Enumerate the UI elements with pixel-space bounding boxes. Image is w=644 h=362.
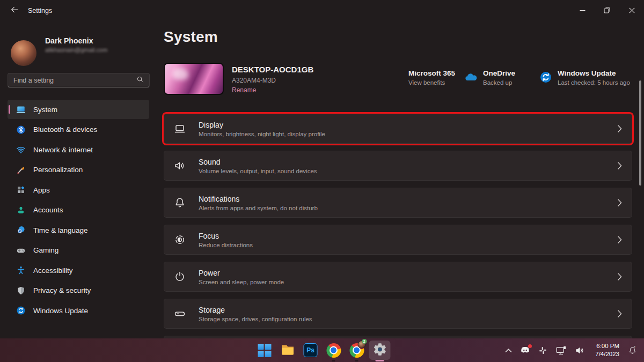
personalization-icon (16, 165, 26, 175)
discord-tray-icon[interactable] (520, 346, 530, 354)
card-subtitle: View benefits (408, 79, 455, 86)
taskbar-settings[interactable] (369, 341, 391, 360)
row-subtitle: Storage space, drives, configuration rul… (199, 316, 606, 322)
onedrive-card[interactable]: OneDrive Backed up (464, 69, 515, 86)
sidebar-item-privacy-security[interactable]: Privacy & security (8, 281, 149, 300)
card-title: Microsoft 365 (408, 69, 455, 78)
chrome-badge: 2 (362, 339, 367, 344)
minimize-icon (580, 6, 586, 16)
sidebar-item-gaming[interactable]: Gaming (8, 241, 149, 260)
sidebar-item-windows-update[interactable]: Windows Update (8, 301, 149, 320)
taskbar-photoshop[interactable]: Ps (300, 341, 321, 360)
chrome-icon (326, 343, 341, 358)
settings-gear-icon (372, 342, 387, 359)
sidebar-item-label: Accessibility (33, 267, 73, 275)
storage-icon (173, 307, 187, 321)
sidebar-item-bluetooth-devices[interactable]: Bluetooth & devices (8, 120, 149, 139)
taskbar-start-button[interactable] (254, 341, 275, 360)
running-indicator (355, 360, 358, 362)
windows-update-icon (539, 70, 553, 84)
settings-row-power[interactable]: Power Screen and sleep, power mode (164, 262, 632, 292)
taskbar: Ps 2 (0, 338, 644, 362)
chrome-icon: 2 (349, 343, 364, 358)
clock-time: 6:00 PM (595, 342, 619, 350)
settings-row-notifications[interactable]: Notifications Alerts from apps and syste… (164, 188, 632, 218)
volume-tray-icon[interactable] (575, 346, 585, 355)
svg-text:z: z (634, 345, 635, 348)
settings-list: Display Monitors, brightness, night ligh… (164, 114, 632, 338)
search-box[interactable] (8, 73, 150, 87)
notification-bell-icon[interactable]: z (627, 345, 638, 356)
sidebar-item-label: Privacy & security (33, 286, 91, 294)
chevron-right-icon (618, 273, 622, 280)
settings-row-focus[interactable]: Focus Reduce distractions (164, 225, 632, 255)
card-title: Windows Update (558, 69, 630, 78)
close-icon (629, 6, 635, 16)
microsoft-365-icon (391, 70, 404, 83)
settings-row-storage[interactable]: Storage Storage space, drives, configura… (164, 299, 632, 329)
microsoft-365-card[interactable]: Microsoft 365 View benefits (391, 69, 455, 86)
minimize-button[interactable] (570, 0, 595, 21)
sidebar-item-system[interactable]: System (8, 100, 149, 119)
sidebar-item-label: Network & internet (33, 146, 93, 154)
taskbar-clock[interactable]: 6:00 PM 7/4/2023 (595, 342, 619, 358)
search-icon (136, 76, 144, 85)
onedrive-icon (464, 70, 478, 84)
app-title: Settings (28, 7, 52, 14)
display-icon (173, 122, 187, 136)
time-language-icon (16, 225, 26, 235)
settings-row-display[interactable]: Display Monitors, brightness, night ligh… (164, 114, 632, 144)
card-subtitle: Last checked: 5 hours ago (558, 79, 630, 86)
sidebar-item-personalization[interactable]: Personalization (8, 160, 149, 180)
avatar[interactable] (11, 40, 36, 66)
windows-start-icon (258, 344, 271, 357)
network-icon (16, 145, 26, 154)
file-explorer-icon (280, 343, 295, 358)
slack-tray-icon[interactable] (538, 346, 547, 355)
close-button[interactable] (619, 0, 644, 21)
notifications-icon (173, 196, 187, 210)
sidebar-item-accessibility[interactable]: Accessibility (8, 261, 149, 280)
sidebar-item-label: Windows Update (33, 307, 88, 315)
search-input[interactable] (13, 77, 136, 84)
back-button[interactable] (5, 3, 24, 19)
row-subtitle: Volume levels, output, input, sound devi… (199, 168, 606, 174)
sound-icon (173, 159, 187, 173)
row-title: Sound (199, 158, 606, 166)
windows-update-card[interactable]: Windows Update Last checked: 5 hours ago (539, 69, 630, 86)
privacy-icon (16, 286, 26, 295)
row-title: Focus (199, 232, 606, 240)
row-subtitle: Screen and sleep, power mode (199, 279, 606, 285)
restore-button[interactable] (595, 0, 619, 21)
chevron-right-icon (618, 310, 622, 317)
sidebar-item-time-language[interactable]: Time & language (8, 220, 149, 240)
taskbar-chrome[interactable] (323, 341, 345, 360)
bluetooth-icon (16, 125, 26, 135)
sidebar-item-label: Bluetooth & devices (33, 125, 97, 134)
photoshop-icon: Ps (304, 343, 318, 357)
sidebar-item-network-internet[interactable]: Network & internet (8, 140, 149, 159)
hidden-icons-chevron[interactable] (505, 348, 512, 353)
card-title: OneDrive (483, 69, 515, 78)
display-connect-tray-icon[interactable] (555, 345, 567, 356)
device-model: A320AM4-M3D (232, 77, 276, 84)
row-subtitle: Monitors, brightness, night light, displ… (199, 131, 606, 137)
taskbar-file-explorer[interactable] (277, 341, 298, 360)
running-indicator (332, 360, 335, 362)
sidebar-nav: System Bluetooth & devices Network & int… (8, 100, 149, 320)
settings-row-sound[interactable]: Sound Volume levels, output, input, soun… (164, 151, 632, 181)
sidebar-item-apps[interactable]: Apps (8, 180, 149, 200)
notification-badge (528, 344, 532, 348)
scrollbar-thumb[interactable] (639, 80, 641, 186)
rename-link[interactable]: Rename (232, 86, 256, 94)
row-title: Display (199, 121, 606, 129)
sidebar-item-accounts[interactable]: Accounts (8, 201, 149, 220)
system-icon (16, 105, 26, 114)
device-name: DESKTOP-AOCD1GB (232, 65, 313, 74)
page-title: System (164, 28, 218, 46)
row-title: Power (199, 269, 606, 277)
power-icon (173, 270, 187, 284)
taskbar-chrome-profile[interactable]: 2 (346, 341, 368, 360)
sidebar-item-label: System (33, 106, 57, 114)
chevron-right-icon (618, 236, 622, 243)
